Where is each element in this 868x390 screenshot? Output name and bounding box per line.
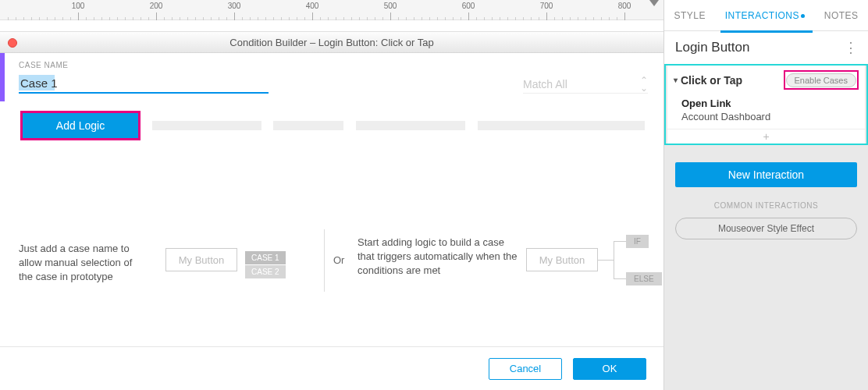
- panel-title: Login Button: [675, 40, 749, 55]
- demo-button-1: My Button: [165, 248, 237, 271]
- canvas-area: 100200300400500600700800 Condition Build…: [0, 0, 663, 390]
- case1-chip: CASE 1: [245, 251, 286, 264]
- event-header[interactable]: ▾Click or Tap Enable Cases: [667, 66, 865, 94]
- tab-notes[interactable]: NOTES: [821, 5, 862, 26]
- ok-button[interactable]: OK: [573, 358, 646, 380]
- add-logic-button[interactable]: Add Logic: [23, 113, 138, 138]
- close-icon[interactable]: [8, 38, 17, 48]
- help-text-right: Start adding logic to build a case that …: [358, 236, 518, 278]
- match-all-label: Match All: [523, 78, 567, 90]
- panel-title-row: Login Button ⋮: [664, 31, 868, 64]
- modal-title-text: Condition Builder – Login Button: Click …: [229, 37, 433, 48]
- chevron-updown-icon: ⌃⌄: [640, 76, 648, 92]
- if-chip: IF: [626, 235, 649, 248]
- panel-tabs: STYLE INTERACTIONS NOTES: [664, 0, 868, 31]
- modal-footer: Cancel OK: [0, 346, 663, 390]
- modal-titlebar: Condition Builder – Login Button: Click …: [0, 31, 663, 53]
- common-interactions-label: COMMON INTERACTIONS: [664, 201, 868, 210]
- ruler-collapse-icon[interactable]: [649, 0, 659, 6]
- event-highlight-box: ▾Click or Tap Enable Cases Open Link Acc…: [664, 64, 868, 145]
- case-name-label: CASE NAME: [19, 61, 68, 69]
- mouseover-effect-button[interactable]: Mouseover Style Effect: [675, 218, 857, 239]
- condition-builder-modal: CASE NAME Match All ⌃⌄ Add Logic Just ad…: [0, 53, 663, 390]
- right-panel: STYLE INTERACTIONS NOTES Login Button ⋮ …: [663, 0, 868, 390]
- or-label: Or: [333, 254, 344, 266]
- help-text-left: Just add a case name to allow manual sel…: [19, 242, 148, 284]
- placeholder-bar: [152, 121, 261, 130]
- action-target: Account Dashboard: [681, 111, 851, 122]
- indicator-dot-icon: [801, 14, 805, 18]
- case2-chip: CASE 2: [245, 265, 286, 278]
- tab-interactions[interactable]: INTERACTIONS: [722, 5, 808, 26]
- placeholder-bar: [356, 121, 465, 130]
- event-name: Click or Tap: [681, 74, 742, 87]
- enable-cases-highlight: Enable Cases: [784, 70, 859, 90]
- new-interaction-button[interactable]: New Interaction: [675, 162, 857, 187]
- caret-down-icon: ▾: [674, 76, 678, 84]
- divider: [324, 229, 325, 292]
- demo-button-2: My Button: [526, 248, 598, 271]
- accent-bar: [0, 53, 5, 101]
- case-name-input[interactable]: [19, 73, 269, 94]
- tab-style[interactable]: STYLE: [671, 5, 709, 26]
- help-section: Just add a case name to allow manual sel…: [19, 232, 645, 334]
- ruler: 100200300400500600700800: [0, 0, 663, 20]
- enable-cases-button[interactable]: Enable Cases: [786, 73, 857, 87]
- add-action-button[interactable]: +: [667, 129, 865, 144]
- event-body[interactable]: Open Link Account Dashboard: [667, 94, 865, 129]
- kebab-icon[interactable]: ⋮: [844, 39, 857, 56]
- placeholder-bar: [273, 121, 343, 130]
- action-name: Open Link: [681, 98, 851, 109]
- cancel-button[interactable]: Cancel: [489, 358, 562, 380]
- else-chip: ELSE: [626, 272, 662, 285]
- match-all-select[interactable]: Match All ⌃⌄: [523, 75, 648, 94]
- placeholder-bar: [478, 121, 645, 130]
